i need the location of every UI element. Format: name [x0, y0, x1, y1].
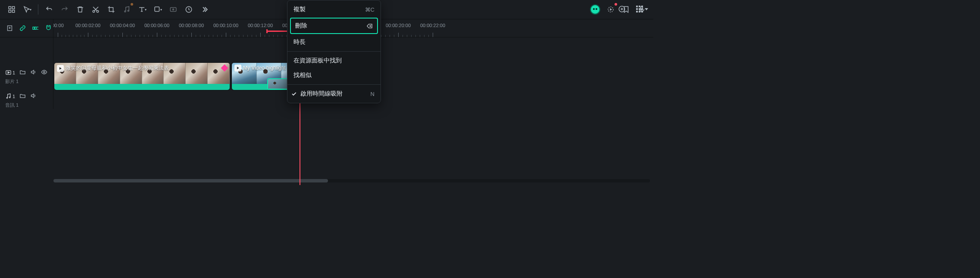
context-menu-item[interactable]: 時長 [287, 35, 381, 49]
timecode-label: 00:00:08:00 [179, 23, 204, 28]
clip-title: 微笑的印度母親和小初中女生一起學習乘法表 [57, 65, 169, 72]
redo-icon[interactable] [57, 2, 72, 17]
text-icon[interactable]: ▾ [135, 2, 150, 17]
toolbar-divider [38, 4, 38, 15]
video-track-indicator[interactable]: 1 [5, 69, 15, 76]
magnet-icon[interactable] [44, 24, 53, 33]
audio-track-head: 1 音訊 1 [0, 92, 53, 109]
folder-icon[interactable] [19, 93, 26, 100]
mask-icon[interactable]: ▾ [150, 2, 165, 17]
scrollbar-thumb[interactable] [53, 179, 328, 182]
svg-marker-22 [59, 67, 62, 70]
far-right-toolbar [615, 3, 650, 15]
audio-track-indicator[interactable]: 1 [5, 93, 15, 99]
svg-point-10 [173, 9, 174, 10]
video-track-label: 影片 1 [5, 78, 53, 85]
context-menu: 複製⌘C刪除時長在資源面板中找到找相似啟用時間線吸附N [287, 0, 381, 103]
svg-point-24 [6, 97, 8, 99]
timecode-label: 00:00:10:00 [213, 23, 238, 28]
spacer-head [0, 37, 53, 62]
context-menu-item[interactable]: 複製⌘C [287, 2, 381, 17]
add-button[interactable] [615, 3, 628, 15]
layout-grid-button[interactable] [634, 3, 650, 15]
timecode-label: 00:00 [53, 23, 64, 28]
audio-track-label: 音訊 1 [5, 102, 53, 108]
link-icon[interactable] [18, 24, 27, 33]
chevron-down-icon [645, 8, 648, 10]
svg-point-6 [125, 11, 126, 12]
folder-icon[interactable] [19, 69, 26, 77]
timecode-label: 00:00:02:00 [75, 23, 100, 28]
svg-rect-8 [155, 7, 159, 12]
speaker-icon[interactable] [30, 93, 37, 100]
svg-rect-1 [12, 6, 15, 9]
svg-marker-13 [610, 8, 612, 11]
timecode-label: 00:00:22:00 [420, 23, 445, 28]
svg-point-7 [128, 10, 129, 12]
audio-beat-icon[interactable] [119, 2, 134, 17]
timecode-label: 00:00:20:00 [386, 23, 411, 28]
video-track-number: 1 [12, 70, 15, 75]
timeline-clip[interactable]: 微笑的印度母親和小初中女生一起學習乘法表 [54, 62, 230, 90]
history-icon[interactable] [181, 2, 196, 17]
svg-marker-23 [237, 67, 239, 69]
undo-icon[interactable] [42, 2, 56, 17]
context-menu-item[interactable]: 找相似 [287, 68, 381, 83]
svg-marker-20 [8, 72, 9, 74]
svg-rect-0 [9, 6, 11, 9]
horizontal-scrollbar[interactable] [53, 178, 650, 183]
eye-icon[interactable] [41, 69, 47, 77]
svg-point-5 [97, 10, 99, 12]
video-track-head: 1 影片 1 [0, 62, 53, 92]
ruler-head [0, 19, 53, 37]
svg-rect-2 [9, 10, 11, 12]
timecode-label: 00:00:04:00 [110, 23, 135, 28]
svg-rect-9 [170, 8, 176, 12]
delete-icon[interactable] [73, 2, 87, 17]
svg-rect-17 [33, 27, 34, 30]
context-menu-item[interactable]: 刪除 [290, 18, 378, 34]
speaker-icon[interactable] [30, 69, 37, 77]
cursor-icon[interactable]: ▾ [20, 2, 34, 17]
svg-rect-18 [35, 27, 37, 30]
svg-point-25 [9, 97, 10, 98]
svg-rect-3 [12, 10, 15, 12]
apps-icon[interactable] [4, 2, 19, 17]
timecode-label: 00:00:06:00 [144, 23, 169, 28]
context-menu-item[interactable]: 在資源面板中找到 [287, 53, 381, 68]
timecode-label: 00:00:12:00 [248, 23, 273, 28]
audio-track-number: 1 [12, 94, 15, 99]
crop-icon[interactable] [104, 2, 119, 17]
more-icon[interactable] [197, 2, 212, 17]
context-menu-item[interactable]: 啟用時間線吸附N [287, 86, 381, 101]
color-icon[interactable] [166, 2, 181, 17]
ai-avatar-icon[interactable] [588, 2, 602, 17]
add-marker-icon[interactable] [5, 24, 14, 33]
menu-separator [287, 51, 381, 52]
clip-title: My Video-highlight [234, 65, 286, 71]
menu-separator [287, 84, 381, 85]
grid-icon [636, 6, 643, 12]
auto-ripple-icon[interactable] [31, 24, 40, 33]
svg-point-4 [93, 10, 95, 12]
svg-point-21 [44, 71, 45, 73]
cut-icon[interactable] [88, 2, 103, 17]
